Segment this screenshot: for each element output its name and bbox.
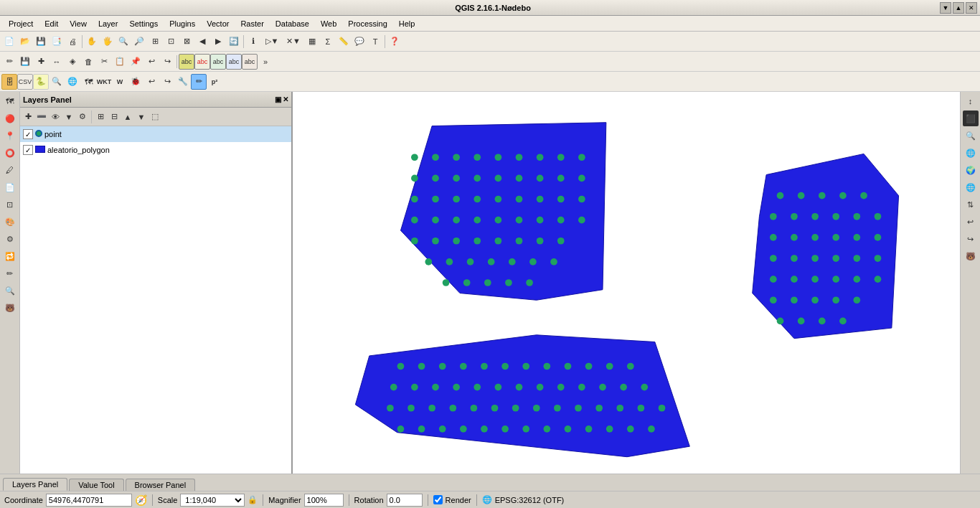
- panel-header-controls[interactable]: ▣ ✕: [275, 95, 288, 103]
- maximize-button[interactable]: ▲: [953, 2, 964, 14]
- layer-visibility-point[interactable]: ✓: [23, 129, 33, 139]
- side-btn-5[interactable]: 🖊: [2, 162, 18, 178]
- menu-layer[interactable]: Layer: [93, 18, 124, 29]
- paste-features-button[interactable]: 📌: [128, 54, 143, 70]
- minimize-button[interactable]: ▼: [940, 2, 951, 14]
- rotation-input[interactable]: [387, 494, 423, 507]
- side-btn-6[interactable]: 📄: [2, 179, 18, 195]
- close-button[interactable]: ✕: [966, 2, 977, 14]
- window-controls[interactable]: ▼ ▲ ✕: [940, 2, 977, 14]
- magnifier-input[interactable]: [304, 494, 344, 507]
- menu-plugins[interactable]: Plugins: [164, 18, 201, 29]
- identify-button[interactable]: ℹ: [245, 34, 261, 50]
- move-up-button[interactable]: ▲: [121, 110, 134, 123]
- layer-filter2-button[interactable]: ⚙: [76, 110, 89, 123]
- side-btn-10[interactable]: 🔁: [2, 248, 18, 264]
- close-layers-icon[interactable]: ✕: [283, 95, 288, 103]
- zoom-in-button[interactable]: 🔍: [116, 34, 131, 50]
- refresh-button[interactable]: 🔄: [226, 34, 242, 50]
- editor-button[interactable]: ✏: [191, 74, 207, 90]
- wkb-button[interactable]: W: [112, 74, 128, 90]
- right-btn-7[interactable]: ⇅: [963, 197, 979, 212]
- right-btn-4[interactable]: 🌐: [963, 145, 979, 161]
- zoom-layer-button[interactable]: ⊡: [163, 34, 179, 50]
- measure-button[interactable]: 📏: [336, 34, 352, 50]
- menu-view[interactable]: View: [64, 18, 93, 29]
- group-button[interactable]: ⬚: [149, 110, 161, 123]
- zoom-selection-button[interactable]: ⊠: [179, 34, 194, 50]
- label-btn5[interactable]: abc: [242, 54, 258, 70]
- menu-processing[interactable]: Processing: [342, 18, 392, 29]
- side-btn-3[interactable]: 📍: [2, 128, 18, 144]
- side-btn-12[interactable]: 🔍: [2, 283, 18, 298]
- label-btn3[interactable]: abc: [210, 54, 226, 70]
- label-btn1[interactable]: abc: [179, 54, 194, 70]
- right-btn-1[interactable]: ↕: [963, 93, 979, 109]
- plugin1-button[interactable]: 🐞: [128, 74, 143, 90]
- remove-layer-button[interactable]: ➖: [35, 110, 48, 123]
- more-button[interactable]: »: [258, 54, 273, 70]
- save-layer-edits-button[interactable]: 💾: [17, 54, 33, 70]
- open-project-button[interactable]: 📂: [17, 34, 33, 50]
- render-checkbox[interactable]: [433, 495, 443, 504]
- print-button[interactable]: 🖨: [65, 34, 80, 50]
- side-btn-11[interactable]: ✏: [2, 265, 18, 281]
- label-btn2[interactable]: abc: [194, 54, 210, 70]
- tab-browser-panel[interactable]: Browser Panel: [126, 479, 196, 491]
- undo2-button[interactable]: ↩: [143, 74, 159, 90]
- select-button[interactable]: ▷▼: [261, 34, 283, 50]
- new-project-button[interactable]: 📄: [1, 34, 17, 50]
- text-annotation-button[interactable]: T: [367, 34, 383, 50]
- map-canvas[interactable]: [293, 92, 960, 474]
- coordinate-input[interactable]: [46, 494, 132, 507]
- save-as-button[interactable]: 📑: [49, 34, 65, 50]
- undo-button[interactable]: ↩: [143, 54, 159, 70]
- restore-icon[interactable]: ▣: [275, 95, 281, 103]
- right-btn-6[interactable]: 🌐: [963, 179, 979, 195]
- side-btn-4[interactable]: ⭕: [2, 145, 18, 161]
- plugin2-button[interactable]: 🔧: [175, 74, 191, 90]
- right-btn-10[interactable]: 🐻: [963, 248, 979, 264]
- menu-settings[interactable]: Settings: [123, 18, 164, 29]
- pan-button[interactable]: ✋: [84, 34, 100, 50]
- label-btn4[interactable]: abc: [226, 54, 242, 70]
- scale-select[interactable]: 1:19,040: [180, 494, 245, 507]
- menu-edit[interactable]: Edit: [39, 18, 64, 29]
- tab-value-tool[interactable]: Value Tool: [69, 479, 123, 491]
- crs-value[interactable]: EPSG:32612 (OTF): [495, 496, 565, 504]
- menu-project[interactable]: Project: [3, 18, 39, 29]
- side-btn-7[interactable]: ⊡: [2, 197, 18, 212]
- side-btn-8[interactable]: 🎨: [2, 214, 18, 230]
- zoom-out-button[interactable]: 🔎: [131, 34, 147, 50]
- python-button[interactable]: 🐍: [33, 74, 49, 90]
- redo-button[interactable]: ↪: [159, 54, 175, 70]
- stats-button[interactable]: Σ: [320, 34, 336, 50]
- move-down-button[interactable]: ▼: [135, 110, 148, 123]
- toggle-editing-button[interactable]: ✏: [1, 54, 17, 70]
- deselect-button[interactable]: ✕▼: [283, 34, 304, 50]
- layer-item-point[interactable]: ✓ point: [20, 126, 291, 142]
- menu-database[interactable]: Database: [270, 18, 315, 29]
- redo2-button[interactable]: ↪: [159, 74, 175, 90]
- zoom-next-button[interactable]: ▶: [210, 34, 226, 50]
- menu-help[interactable]: Help: [393, 18, 421, 29]
- collapse-all-button[interactable]: ⊟: [108, 110, 121, 123]
- right-btn-2[interactable]: ⬛: [963, 110, 979, 126]
- zoom-last-button[interactable]: ◀: [194, 34, 210, 50]
- right-btn-5[interactable]: 🌍: [963, 162, 979, 178]
- open-layer-properties-button[interactable]: 👁: [49, 110, 62, 123]
- side-btn-2[interactable]: 🔴: [2, 110, 18, 126]
- side-btn-1[interactable]: 🗺: [2, 93, 18, 109]
- open-table-button[interactable]: ▦: [304, 34, 320, 50]
- zoom-full-button[interactable]: ⊞: [147, 34, 163, 50]
- osm-button[interactable]: 🗺: [80, 74, 96, 90]
- csv-button[interactable]: CSV: [17, 74, 33, 90]
- lock-icon[interactable]: 🔒: [248, 495, 258, 504]
- expand-all-button[interactable]: ⊞: [94, 110, 107, 123]
- annotation-button[interactable]: 💬: [352, 34, 367, 50]
- layer-item-polygon[interactable]: ✓ aleatorio_polygon: [20, 142, 291, 158]
- browser-button[interactable]: 🌐: [65, 74, 80, 90]
- wkt-button[interactable]: WKT: [96, 74, 112, 90]
- copy-features-button[interactable]: 📋: [112, 54, 128, 70]
- menu-raster[interactable]: Raster: [235, 18, 269, 29]
